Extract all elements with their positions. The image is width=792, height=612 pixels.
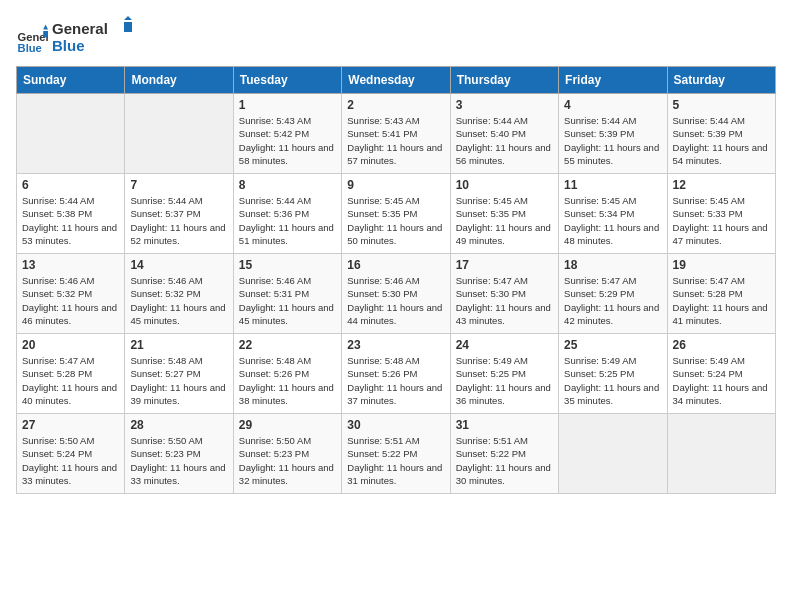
weekday-header: Thursday [450,67,558,94]
calendar-cell: 29Sunrise: 5:50 AM Sunset: 5:23 PM Dayli… [233,414,341,494]
day-info: Sunrise: 5:49 AM Sunset: 5:25 PM Dayligh… [564,354,661,407]
day-info: Sunrise: 5:48 AM Sunset: 5:27 PM Dayligh… [130,354,227,407]
page-header: General Blue General Blue [16,16,776,62]
day-number: 7 [130,178,227,192]
svg-text:General: General [52,20,108,37]
calendar-cell: 8Sunrise: 5:44 AM Sunset: 5:36 PM Daylig… [233,174,341,254]
day-number: 16 [347,258,444,272]
svg-marker-2 [43,25,48,30]
day-info: Sunrise: 5:47 AM Sunset: 5:28 PM Dayligh… [22,354,119,407]
calendar-cell: 7Sunrise: 5:44 AM Sunset: 5:37 PM Daylig… [125,174,233,254]
calendar-cell: 12Sunrise: 5:45 AM Sunset: 5:33 PM Dayli… [667,174,775,254]
logo-icon: General Blue [16,23,48,55]
weekday-header-row: SundayMondayTuesdayWednesdayThursdayFrid… [17,67,776,94]
day-info: Sunrise: 5:47 AM Sunset: 5:30 PM Dayligh… [456,274,553,327]
weekday-header: Friday [559,67,667,94]
svg-marker-3 [43,31,48,37]
svg-text:Blue: Blue [18,42,42,54]
weekday-header: Tuesday [233,67,341,94]
day-number: 20 [22,338,119,352]
day-number: 9 [347,178,444,192]
day-number: 26 [673,338,770,352]
calendar-cell: 1Sunrise: 5:43 AM Sunset: 5:42 PM Daylig… [233,94,341,174]
calendar-cell: 11Sunrise: 5:45 AM Sunset: 5:34 PM Dayli… [559,174,667,254]
calendar-cell: 3Sunrise: 5:44 AM Sunset: 5:40 PM Daylig… [450,94,558,174]
calendar-cell: 10Sunrise: 5:45 AM Sunset: 5:35 PM Dayli… [450,174,558,254]
day-info: Sunrise: 5:44 AM Sunset: 5:39 PM Dayligh… [673,114,770,167]
day-info: Sunrise: 5:51 AM Sunset: 5:22 PM Dayligh… [456,434,553,487]
calendar-cell [559,414,667,494]
calendar-cell: 14Sunrise: 5:46 AM Sunset: 5:32 PM Dayli… [125,254,233,334]
day-info: Sunrise: 5:48 AM Sunset: 5:26 PM Dayligh… [347,354,444,407]
calendar-week-row: 13Sunrise: 5:46 AM Sunset: 5:32 PM Dayli… [17,254,776,334]
calendar-week-row: 20Sunrise: 5:47 AM Sunset: 5:28 PM Dayli… [17,334,776,414]
weekday-header: Wednesday [342,67,450,94]
day-number: 11 [564,178,661,192]
day-number: 2 [347,98,444,112]
calendar-cell [667,414,775,494]
calendar-cell: 31Sunrise: 5:51 AM Sunset: 5:22 PM Dayli… [450,414,558,494]
calendar-cell: 4Sunrise: 5:44 AM Sunset: 5:39 PM Daylig… [559,94,667,174]
day-number: 3 [456,98,553,112]
calendar-cell: 20Sunrise: 5:47 AM Sunset: 5:28 PM Dayli… [17,334,125,414]
day-number: 31 [456,418,553,432]
day-info: Sunrise: 5:44 AM Sunset: 5:40 PM Dayligh… [456,114,553,167]
day-number: 27 [22,418,119,432]
calendar-cell [17,94,125,174]
day-number: 19 [673,258,770,272]
calendar-cell: 22Sunrise: 5:48 AM Sunset: 5:26 PM Dayli… [233,334,341,414]
day-number: 12 [673,178,770,192]
day-number: 14 [130,258,227,272]
day-number: 10 [456,178,553,192]
calendar-cell [125,94,233,174]
day-number: 18 [564,258,661,272]
calendar-cell: 15Sunrise: 5:46 AM Sunset: 5:31 PM Dayli… [233,254,341,334]
day-info: Sunrise: 5:47 AM Sunset: 5:29 PM Dayligh… [564,274,661,327]
day-info: Sunrise: 5:46 AM Sunset: 5:32 PM Dayligh… [130,274,227,327]
day-number: 4 [564,98,661,112]
day-number: 23 [347,338,444,352]
day-info: Sunrise: 5:49 AM Sunset: 5:24 PM Dayligh… [673,354,770,407]
calendar-cell: 17Sunrise: 5:47 AM Sunset: 5:30 PM Dayli… [450,254,558,334]
calendar-cell: 25Sunrise: 5:49 AM Sunset: 5:25 PM Dayli… [559,334,667,414]
day-info: Sunrise: 5:43 AM Sunset: 5:42 PM Dayligh… [239,114,336,167]
logo: General Blue General Blue [16,16,132,62]
day-number: 24 [456,338,553,352]
day-number: 30 [347,418,444,432]
weekday-header: Saturday [667,67,775,94]
day-info: Sunrise: 5:45 AM Sunset: 5:33 PM Dayligh… [673,194,770,247]
calendar-cell: 24Sunrise: 5:49 AM Sunset: 5:25 PM Dayli… [450,334,558,414]
day-number: 22 [239,338,336,352]
svg-marker-6 [124,16,132,20]
day-info: Sunrise: 5:45 AM Sunset: 5:35 PM Dayligh… [456,194,553,247]
day-info: Sunrise: 5:46 AM Sunset: 5:30 PM Dayligh… [347,274,444,327]
day-number: 15 [239,258,336,272]
day-number: 29 [239,418,336,432]
calendar-cell: 16Sunrise: 5:46 AM Sunset: 5:30 PM Dayli… [342,254,450,334]
calendar-cell: 9Sunrise: 5:45 AM Sunset: 5:35 PM Daylig… [342,174,450,254]
day-info: Sunrise: 5:45 AM Sunset: 5:34 PM Dayligh… [564,194,661,247]
day-info: Sunrise: 5:43 AM Sunset: 5:41 PM Dayligh… [347,114,444,167]
calendar-cell: 6Sunrise: 5:44 AM Sunset: 5:38 PM Daylig… [17,174,125,254]
calendar-week-row: 6Sunrise: 5:44 AM Sunset: 5:38 PM Daylig… [17,174,776,254]
day-info: Sunrise: 5:46 AM Sunset: 5:31 PM Dayligh… [239,274,336,327]
calendar-cell: 2Sunrise: 5:43 AM Sunset: 5:41 PM Daylig… [342,94,450,174]
weekday-header: Sunday [17,67,125,94]
day-number: 13 [22,258,119,272]
calendar-cell: 18Sunrise: 5:47 AM Sunset: 5:29 PM Dayli… [559,254,667,334]
day-info: Sunrise: 5:44 AM Sunset: 5:37 PM Dayligh… [130,194,227,247]
day-info: Sunrise: 5:50 AM Sunset: 5:23 PM Dayligh… [239,434,336,487]
calendar-cell: 21Sunrise: 5:48 AM Sunset: 5:27 PM Dayli… [125,334,233,414]
day-info: Sunrise: 5:47 AM Sunset: 5:28 PM Dayligh… [673,274,770,327]
calendar-cell: 30Sunrise: 5:51 AM Sunset: 5:22 PM Dayli… [342,414,450,494]
calendar-cell: 19Sunrise: 5:47 AM Sunset: 5:28 PM Dayli… [667,254,775,334]
day-info: Sunrise: 5:45 AM Sunset: 5:35 PM Dayligh… [347,194,444,247]
weekday-header: Monday [125,67,233,94]
calendar-week-row: 27Sunrise: 5:50 AM Sunset: 5:24 PM Dayli… [17,414,776,494]
logo-svg: General Blue [52,16,132,58]
calendar-table: SundayMondayTuesdayWednesdayThursdayFrid… [16,66,776,494]
day-info: Sunrise: 5:49 AM Sunset: 5:25 PM Dayligh… [456,354,553,407]
svg-text:Blue: Blue [52,37,85,54]
day-number: 5 [673,98,770,112]
day-info: Sunrise: 5:50 AM Sunset: 5:24 PM Dayligh… [22,434,119,487]
